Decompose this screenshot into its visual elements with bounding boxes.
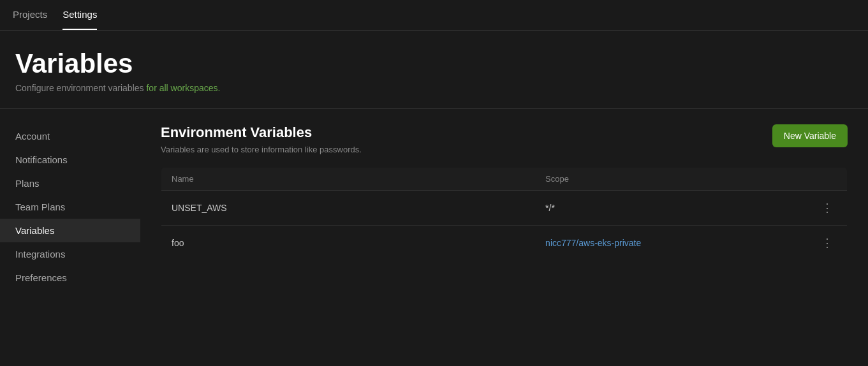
nav-item-settings[interactable]: Settings [63,0,97,30]
sidebar-item-account[interactable]: Account [0,124,140,148]
body-layout: Account Notifications Plans Team Plans V… [0,109,868,366]
column-header-scope: Scope [535,168,807,191]
table-row: UNSET_AWS */* ⋮ [161,191,848,226]
variable-scope-cell: */* [535,191,807,226]
section-title: Environment Variables [161,124,362,141]
variable-actions-cell: ⋮ [807,226,848,261]
sidebar-item-preferences[interactable]: Preferences [0,266,140,289]
section-header: Environment Variables Variables are used… [161,124,848,154]
scope-link[interactable]: nicc777/aws-eks-private [545,238,641,248]
page-title: Variables [15,48,853,79]
variable-actions-cell: ⋮ [807,191,848,226]
page-subtitle: Configure environment variables for all … [15,83,853,93]
sidebar: Account Notifications Plans Team Plans V… [0,109,140,366]
variable-scope-cell: nicc777/aws-eks-private [535,226,807,261]
hero-section: Variables Configure environment variable… [0,31,868,109]
sidebar-item-team-plans[interactable]: Team Plans [0,195,140,219]
column-header-actions [807,168,848,191]
table-row: foo nicc777/aws-eks-private ⋮ [161,226,848,261]
sidebar-item-plans[interactable]: Plans [0,172,140,195]
main-content: Environment Variables Variables are used… [140,109,868,366]
column-header-name: Name [161,168,536,191]
nav-item-projects[interactable]: Projects [13,0,47,30]
top-nav: Projects Settings [0,0,868,31]
sidebar-item-variables[interactable]: Variables [0,219,140,242]
section-subtitle: Variables are used to store information … [161,145,362,154]
variables-table: Name Scope UNSET_AWS */* ⋮ foo nicc777/a… [161,167,848,261]
variable-name-cell: UNSET_AWS [161,191,536,226]
subtitle-link: for all workspaces. [146,83,220,93]
sidebar-item-notifications[interactable]: Notifications [0,148,140,172]
sidebar-item-integrations[interactable]: Integrations [0,242,140,266]
row-more-menu-button[interactable]: ⋮ [818,200,837,216]
new-variable-button[interactable]: New Variable [772,124,848,147]
variable-name-cell: foo [161,226,536,261]
table-header-row: Name Scope [161,168,848,191]
section-info: Environment Variables Variables are used… [161,124,362,154]
row-more-menu-button[interactable]: ⋮ [818,235,837,251]
